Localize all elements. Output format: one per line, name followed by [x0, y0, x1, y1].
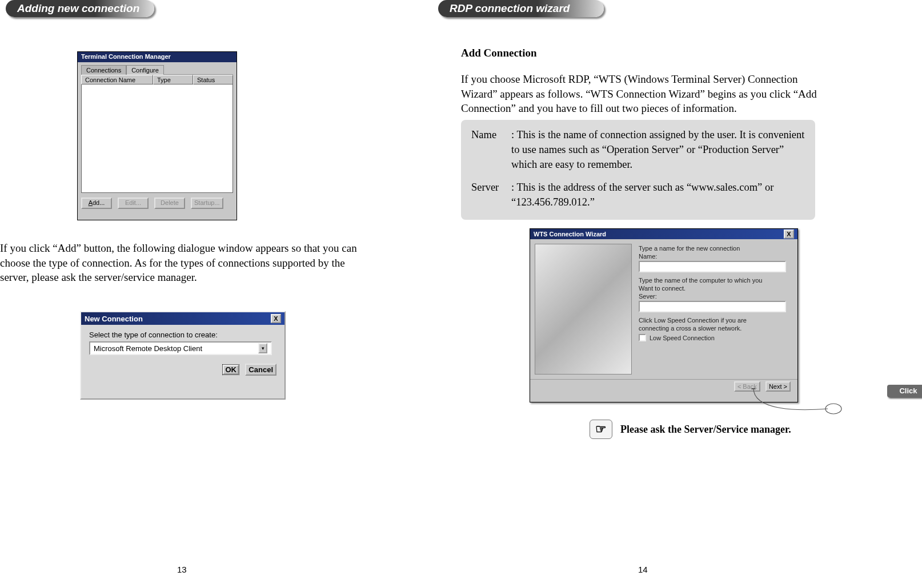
- info-text-name: : This is the name of connection assigne…: [511, 128, 805, 172]
- wts-l7: connecting a cross a slower network.: [639, 325, 791, 332]
- wizard-side-graphic: [535, 244, 632, 374]
- close-icon[interactable]: X: [271, 314, 281, 323]
- click-label: Click: [887, 385, 922, 397]
- note-text: Please ask the Server/Service manager.: [620, 424, 791, 436]
- startup-button[interactable]: Startup...: [191, 198, 223, 209]
- wts-l6: Click Low Speed Connection if you are: [639, 317, 791, 324]
- tcm-window: Terminal Connection Manager ConnectionsC…: [77, 51, 237, 220]
- wts-l3: Type the name of the computer to which y…: [639, 277, 791, 284]
- note-row: ☞ Please ask the Server/Service manager.: [590, 420, 791, 439]
- svg-marker-0: [751, 388, 756, 389]
- tcm-columns: Connection Name Type Status: [81, 74, 233, 84]
- ok-button[interactable]: OK: [222, 364, 239, 375]
- low-speed-label: Low Speed Connection: [650, 335, 715, 341]
- tab-configure[interactable]: Configure: [126, 65, 164, 75]
- col-status[interactable]: Status: [193, 75, 233, 84]
- add-connection-heading: Add Connection: [461, 47, 537, 59]
- info-row-server: Server : This is the address of the serv…: [471, 180, 805, 210]
- wts-l4: Want to connect.: [639, 285, 791, 292]
- page-number-left: 13: [177, 565, 187, 574]
- nc-selected-option: Microsoft Remote Desktop Client: [94, 344, 202, 353]
- info-label-server: Server: [471, 180, 511, 210]
- tab-connections[interactable]: Connections: [81, 65, 126, 75]
- nc-title-text: New Connection: [85, 315, 143, 323]
- tcm-titlebar: Terminal Connection Manager: [78, 52, 236, 62]
- add-button[interactable]: Add...: [81, 198, 112, 209]
- section-header-right: RDP connection wizard: [438, 0, 604, 17]
- tcm-list: [81, 84, 233, 193]
- section-header-left: Adding new connection: [6, 0, 154, 17]
- nc-titlebar: New Connection X: [81, 312, 284, 325]
- info-text-server: : This is the address of the server such…: [511, 180, 805, 210]
- wts-l2: Name:: [639, 253, 791, 260]
- server-input[interactable]: [639, 301, 786, 312]
- low-speed-row: Low Speed Connection: [639, 334, 791, 341]
- col-connection-name[interactable]: Connection Name: [81, 75, 153, 84]
- low-speed-checkbox[interactable]: [639, 334, 646, 341]
- col-type[interactable]: Type: [153, 75, 193, 84]
- edit-button[interactable]: Edit...: [118, 198, 149, 209]
- wts-title-text: WTS Connection Wizard: [534, 231, 606, 237]
- info-row-name: Name : This is the name of connection as…: [471, 128, 805, 172]
- info-box: Name : This is the name of connection as…: [461, 120, 815, 220]
- left-paragraph-1: If you click “Add” button, the following…: [0, 241, 366, 285]
- page-number-right: 14: [638, 565, 648, 574]
- wts-wizard-window: WTS Connection Wizard X Type a name for …: [530, 228, 798, 402]
- new-connection-dialog: New Connection X Select the type of conn…: [80, 311, 286, 400]
- left-page: Adding new connection Terminal Connectio…: [0, 0, 461, 588]
- name-input[interactable]: [639, 261, 786, 272]
- right-page: RDP connection wizard Add Connection If …: [461, 0, 922, 588]
- info-label-name: Name: [471, 128, 511, 172]
- wizard-form: Type a name for the new connection Name:…: [636, 239, 797, 379]
- tcm-buttons: Add... Edit... Delete Startup...: [81, 198, 233, 209]
- wts-l5: Sever:: [639, 293, 791, 300]
- connection-type-select[interactable]: Microsoft Remote Desktop Client ▾: [89, 341, 272, 355]
- wts-titlebar: WTS Connection Wizard X: [530, 229, 797, 239]
- hand-icon: ☞: [590, 420, 612, 439]
- tcm-tabs: ConnectionsConfigure: [78, 62, 236, 74]
- wts-l1: Type a name for the new connection: [639, 245, 791, 252]
- delete-button[interactable]: Delete: [154, 198, 185, 209]
- svg-point-1: [825, 404, 841, 414]
- cancel-button[interactable]: Cancel: [245, 364, 276, 376]
- add-button-rest: dd...: [93, 199, 105, 206]
- chevron-down-icon[interactable]: ▾: [258, 343, 267, 353]
- right-paragraph-1: If you choose Microsoft RDP, “WTS (Windo…: [461, 72, 827, 116]
- nc-prompt: Select the type of connection to create:: [89, 331, 276, 339]
- close-icon[interactable]: X: [784, 229, 794, 239]
